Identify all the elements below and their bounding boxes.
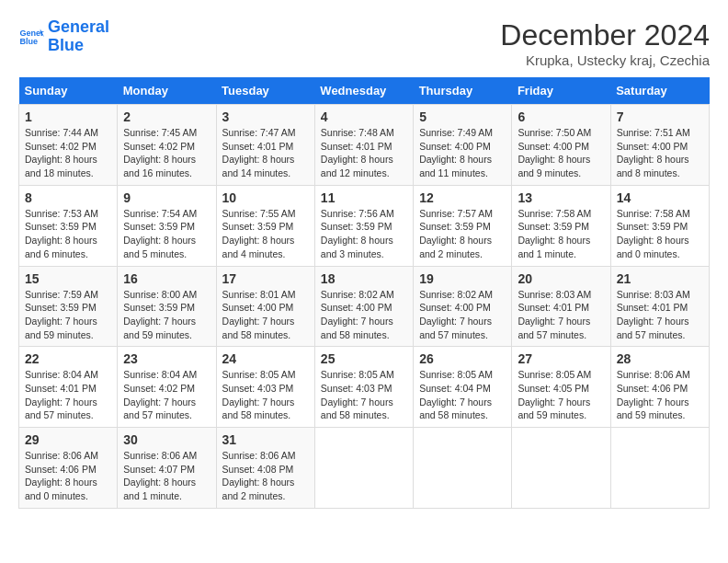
calendar-cell: 13Sunrise: 7:58 AMSunset: 3:59 PMDayligh…	[512, 185, 610, 266]
day-number: 3	[222, 109, 309, 124]
calendar-cell: 3Sunrise: 7:47 AMSunset: 4:01 PMDaylight…	[216, 105, 314, 186]
calendar-cell: 17Sunrise: 8:01 AMSunset: 4:00 PMDayligh…	[216, 266, 314, 347]
weekday-header-thursday: Thursday	[414, 77, 512, 105]
calendar-cell: 24Sunrise: 8:05 AMSunset: 4:03 PMDayligh…	[216, 347, 314, 428]
day-number: 20	[518, 271, 604, 286]
day-number: 27	[518, 351, 604, 366]
day-number: 17	[222, 271, 309, 286]
calendar-cell: 19Sunrise: 8:02 AMSunset: 4:00 PMDayligh…	[414, 266, 512, 347]
day-number: 11	[321, 190, 407, 205]
weekday-header-tuesday: Tuesday	[216, 77, 314, 105]
day-number: 25	[321, 351, 407, 366]
day-number: 30	[123, 432, 210, 447]
calendar-cell: 10Sunrise: 7:55 AMSunset: 3:59 PMDayligh…	[216, 185, 314, 266]
cell-sun-info: Sunrise: 8:05 AMSunset: 4:04 PMDaylight:…	[419, 368, 506, 422]
svg-text:Blue: Blue	[19, 37, 38, 46]
day-number: 8	[25, 190, 111, 205]
logo-text: GeneralBlue	[48, 18, 109, 55]
calendar-cell: 12Sunrise: 7:57 AMSunset: 3:59 PMDayligh…	[414, 185, 512, 266]
calendar-table: SundayMondayTuesdayWednesdayThursdayFrid…	[18, 77, 710, 509]
cell-sun-info: Sunrise: 8:03 AMSunset: 4:01 PMDaylight:…	[518, 288, 604, 342]
day-number: 26	[419, 351, 506, 366]
cell-sun-info: Sunrise: 8:06 AMSunset: 4:06 PMDaylight:…	[617, 368, 703, 422]
day-number: 10	[222, 190, 309, 205]
day-number: 4	[321, 109, 407, 124]
calendar-cell: 15Sunrise: 7:59 AMSunset: 3:59 PMDayligh…	[19, 266, 118, 347]
day-number: 29	[25, 432, 111, 447]
cell-sun-info: Sunrise: 8:04 AMSunset: 4:02 PMDaylight:…	[123, 368, 210, 422]
calendar-week-row: 8Sunrise: 7:53 AMSunset: 3:59 PMDaylight…	[19, 185, 710, 266]
day-number: 22	[25, 351, 111, 366]
calendar-cell: 7Sunrise: 7:51 AMSunset: 4:00 PMDaylight…	[610, 105, 709, 186]
cell-sun-info: Sunrise: 8:04 AMSunset: 4:01 PMDaylight:…	[25, 368, 111, 422]
calendar-cell: 11Sunrise: 7:56 AMSunset: 3:59 PMDayligh…	[314, 185, 413, 266]
day-number: 28	[617, 351, 703, 366]
day-number: 9	[123, 190, 210, 205]
day-number: 14	[617, 190, 703, 205]
day-number: 24	[222, 351, 309, 366]
cell-sun-info: Sunrise: 7:59 AMSunset: 3:59 PMDaylight:…	[25, 288, 111, 342]
title-block: December 2024 Krupka, Ustecky kraj, Czec…	[500, 18, 710, 68]
calendar-cell: 22Sunrise: 8:04 AMSunset: 4:01 PMDayligh…	[19, 347, 118, 428]
weekday-header-friday: Friday	[512, 77, 610, 105]
cell-sun-info: Sunrise: 8:03 AMSunset: 4:01 PMDaylight:…	[617, 288, 703, 342]
calendar-cell	[414, 428, 512, 509]
calendar-cell: 4Sunrise: 7:48 AMSunset: 4:01 PMDaylight…	[314, 105, 413, 186]
cell-sun-info: Sunrise: 8:06 AMSunset: 4:06 PMDaylight:…	[25, 449, 111, 503]
calendar-week-row: 22Sunrise: 8:04 AMSunset: 4:01 PMDayligh…	[19, 347, 710, 428]
weekday-header-monday: Monday	[118, 77, 216, 105]
cell-sun-info: Sunrise: 8:05 AMSunset: 4:03 PMDaylight:…	[222, 368, 309, 422]
logo-icon: General Blue	[18, 24, 44, 50]
calendar-cell: 30Sunrise: 8:06 AMSunset: 4:07 PMDayligh…	[118, 428, 216, 509]
calendar-cell: 5Sunrise: 7:49 AMSunset: 4:00 PMDaylight…	[414, 105, 512, 186]
calendar-cell	[610, 428, 709, 509]
calendar-cell: 6Sunrise: 7:50 AMSunset: 4:00 PMDaylight…	[512, 105, 610, 186]
calendar-week-row: 15Sunrise: 7:59 AMSunset: 3:59 PMDayligh…	[19, 266, 710, 347]
calendar-cell: 23Sunrise: 8:04 AMSunset: 4:02 PMDayligh…	[118, 347, 216, 428]
calendar-cell: 20Sunrise: 8:03 AMSunset: 4:01 PMDayligh…	[512, 266, 610, 347]
day-number: 21	[617, 271, 703, 286]
calendar-cell: 26Sunrise: 8:05 AMSunset: 4:04 PMDayligh…	[414, 347, 512, 428]
calendar-cell	[314, 428, 413, 509]
cell-sun-info: Sunrise: 7:49 AMSunset: 4:00 PMDaylight:…	[419, 126, 506, 180]
calendar-cell: 28Sunrise: 8:06 AMSunset: 4:06 PMDayligh…	[610, 347, 709, 428]
calendar-week-row: 1Sunrise: 7:44 AMSunset: 4:02 PMDaylight…	[19, 105, 710, 186]
cell-sun-info: Sunrise: 7:58 AMSunset: 3:59 PMDaylight:…	[617, 207, 703, 261]
calendar-cell: 1Sunrise: 7:44 AMSunset: 4:02 PMDaylight…	[19, 105, 118, 186]
calendar-cell: 14Sunrise: 7:58 AMSunset: 3:59 PMDayligh…	[610, 185, 709, 266]
cell-sun-info: Sunrise: 7:54 AMSunset: 3:59 PMDaylight:…	[123, 207, 210, 261]
day-number: 16	[123, 271, 210, 286]
cell-sun-info: Sunrise: 8:05 AMSunset: 4:03 PMDaylight:…	[321, 368, 407, 422]
calendar-cell: 2Sunrise: 7:45 AMSunset: 4:02 PMDaylight…	[118, 105, 216, 186]
weekday-header-saturday: Saturday	[610, 77, 709, 105]
day-number: 7	[617, 109, 703, 124]
cell-sun-info: Sunrise: 7:55 AMSunset: 3:59 PMDaylight:…	[222, 207, 309, 261]
weekday-header-sunday: Sunday	[19, 77, 118, 105]
day-number: 2	[123, 109, 210, 124]
cell-sun-info: Sunrise: 7:45 AMSunset: 4:02 PMDaylight:…	[123, 126, 210, 180]
cell-sun-info: Sunrise: 8:02 AMSunset: 4:00 PMDaylight:…	[419, 288, 506, 342]
cell-sun-info: Sunrise: 7:53 AMSunset: 3:59 PMDaylight:…	[25, 207, 111, 261]
cell-sun-info: Sunrise: 7:58 AMSunset: 3:59 PMDaylight:…	[518, 207, 604, 261]
page-header: General Blue GeneralBlue December 2024 K…	[18, 18, 710, 68]
day-number: 23	[123, 351, 210, 366]
cell-sun-info: Sunrise: 8:02 AMSunset: 4:00 PMDaylight:…	[321, 288, 407, 342]
page-title: December 2024	[500, 18, 710, 52]
calendar-week-row: 29Sunrise: 8:06 AMSunset: 4:06 PMDayligh…	[19, 428, 710, 509]
calendar-cell: 16Sunrise: 8:00 AMSunset: 3:59 PMDayligh…	[118, 266, 216, 347]
calendar-cell: 9Sunrise: 7:54 AMSunset: 3:59 PMDaylight…	[118, 185, 216, 266]
cell-sun-info: Sunrise: 8:06 AMSunset: 4:08 PMDaylight:…	[222, 449, 309, 503]
day-number: 31	[222, 432, 309, 447]
day-number: 19	[419, 271, 506, 286]
page-subtitle: Krupka, Ustecky kraj, Czechia	[500, 52, 710, 68]
cell-sun-info: Sunrise: 7:57 AMSunset: 3:59 PMDaylight:…	[419, 207, 506, 261]
calendar-cell: 31Sunrise: 8:06 AMSunset: 4:08 PMDayligh…	[216, 428, 314, 509]
day-number: 12	[419, 190, 506, 205]
cell-sun-info: Sunrise: 7:44 AMSunset: 4:02 PMDaylight:…	[25, 126, 111, 180]
calendar-cell: 18Sunrise: 8:02 AMSunset: 4:00 PMDayligh…	[314, 266, 413, 347]
calendar-cell	[512, 428, 610, 509]
calendar-cell: 25Sunrise: 8:05 AMSunset: 4:03 PMDayligh…	[314, 347, 413, 428]
calendar-cell: 21Sunrise: 8:03 AMSunset: 4:01 PMDayligh…	[610, 266, 709, 347]
cell-sun-info: Sunrise: 8:06 AMSunset: 4:07 PMDaylight:…	[123, 449, 210, 503]
calendar-cell: 29Sunrise: 8:06 AMSunset: 4:06 PMDayligh…	[19, 428, 118, 509]
